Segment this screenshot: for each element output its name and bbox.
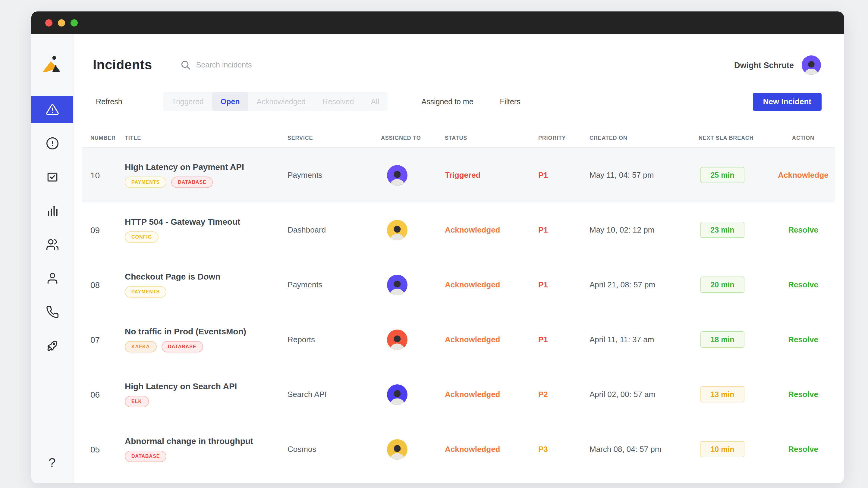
sidebar-item-tasks[interactable]	[31, 163, 73, 190]
filter-tab-acknowledged[interactable]: Acknowledged	[248, 92, 314, 111]
tag-pill: DATABASE	[125, 451, 167, 462]
incident-row[interactable]: 07 No traffic in Prod (EventsMon) KAFKAD…	[82, 312, 835, 367]
sidebar-item-integrations[interactable]	[31, 332, 73, 359]
incident-number: 05	[90, 444, 125, 454]
incident-created-on: May 10, 02: 12 pm	[590, 225, 699, 234]
status-filter-tabs: TriggeredOpenAcknowledgedResolvedAll	[163, 92, 388, 111]
incident-service: Search API	[287, 390, 381, 399]
incident-priority: P1	[538, 335, 590, 344]
incident-title: No traffic in Prod (EventsMon)	[125, 327, 287, 336]
incident-title: High Latency on Search API	[125, 381, 287, 391]
column-header-priority: PRIORITY	[538, 135, 590, 141]
incident-action-button[interactable]: Resolve	[788, 280, 818, 289]
sidebar-item-call-routing[interactable]	[31, 298, 73, 325]
app-window: ? Incidents Dwight Schrute	[31, 11, 844, 483]
assignee-avatar	[387, 329, 407, 350]
column-header-status: STATUS	[445, 135, 538, 141]
incident-priority: P3	[538, 445, 590, 454]
assignee-avatar	[387, 274, 407, 295]
page-header: Incidents Dwight Schrute	[82, 34, 835, 74]
person-silhouette-icon	[387, 275, 407, 295]
sidebar-item-teams[interactable]	[31, 231, 73, 258]
app-logo[interactable]	[31, 34, 73, 96]
incident-status: Acknowledged	[445, 445, 538, 454]
incident-status: Acknowledged	[445, 390, 538, 399]
incident-action-button[interactable]: Resolve	[788, 335, 818, 344]
incident-row[interactable]: 05 Abnormal change in throughput DATABAS…	[82, 422, 835, 477]
assignee-avatar	[387, 384, 407, 404]
incident-row[interactable]: 10 High Latency on Payment API PAYMENTSD…	[82, 148, 835, 202]
incident-created-on: April 02, 00: 57 am	[590, 390, 699, 399]
column-header-title: TITLE	[125, 135, 287, 141]
tag-pill: DATABASE	[161, 341, 203, 352]
sla-breach-badge: 25 min	[701, 167, 744, 183]
tag-pill: KAFKA	[125, 341, 156, 352]
incident-number: 07	[90, 335, 125, 344]
incidents-table: NUMBER TITLE SERVICE ASSIGNED TO STATUS …	[82, 125, 835, 477]
filter-tab-all[interactable]: All	[362, 92, 388, 111]
new-incident-button[interactable]: New Incident	[753, 93, 822, 110]
incident-created-on: April 11, 11: 37 am	[590, 335, 699, 344]
column-header-created-on: CREATED ON	[590, 135, 699, 141]
sidebar-item-profile[interactable]	[31, 264, 73, 292]
sidebar-item-alerts[interactable]	[31, 130, 73, 157]
zoom-window-icon[interactable]	[70, 19, 78, 27]
incident-number: 06	[90, 390, 125, 399]
column-header-next-sla-breach: NEXT SLA BREACH	[699, 135, 771, 141]
incident-number: 08	[90, 280, 125, 290]
incident-service: Payments	[287, 280, 381, 289]
filters-button[interactable]: Filters	[500, 97, 521, 106]
sidebar: ?	[31, 34, 73, 483]
tag-pill: PAYMENTS	[125, 286, 166, 298]
tag-pill: PAYMENTS	[125, 176, 166, 188]
incident-status: Triggered	[445, 170, 538, 180]
refresh-button[interactable]: Refresh	[96, 97, 122, 106]
incident-row[interactable]: 09 HTTP 504 - Gateway Timeout CONFIG Das…	[82, 202, 835, 257]
assigned-to-me-button[interactable]: Assigned to me	[421, 97, 473, 106]
incident-action-button[interactable]: Acknowledge	[778, 170, 829, 180]
user-icon	[45, 271, 59, 285]
incident-rows: 10 High Latency on Payment API PAYMENTSD…	[82, 148, 835, 477]
incident-action-button[interactable]: Resolve	[788, 390, 818, 399]
sidebar-nav	[31, 96, 73, 366]
filter-tab-open[interactable]: Open	[212, 92, 248, 111]
users-icon	[45, 238, 59, 251]
incident-row[interactable]: 06 High Latency on Search API ELK Search…	[82, 367, 835, 422]
person-silhouette-icon	[387, 166, 407, 185]
sla-breach-badge: 10 min	[701, 441, 744, 457]
incident-row[interactable]: 08 Checkout Page is Down PAYMENTS Paymen…	[82, 257, 835, 312]
person-silhouette-icon	[387, 221, 407, 240]
person-silhouette-icon	[387, 385, 407, 404]
incident-tags: DATABASE	[125, 451, 287, 462]
sla-breach-badge: 18 min	[701, 331, 744, 348]
page-title: Incidents	[93, 57, 152, 73]
search-input[interactable]	[196, 61, 305, 69]
user-menu[interactable]: Dwight Schrute	[734, 56, 821, 75]
sla-breach-badge: 20 min	[701, 276, 744, 293]
help-button[interactable]: ?	[31, 455, 73, 470]
incident-tags: ELK	[125, 396, 287, 407]
incident-priority: P1	[538, 170, 590, 180]
filter-tab-triggered[interactable]: Triggered	[163, 92, 212, 111]
alert-circle-icon	[45, 136, 59, 150]
sidebar-item-analytics[interactable]	[31, 197, 73, 224]
incident-service: Dashboard	[287, 225, 381, 234]
desktop-background: ? Incidents Dwight Schrute	[0, 0, 868, 488]
user-name: Dwight Schrute	[734, 61, 794, 70]
incident-title: Abnormal change in throughput	[125, 436, 287, 446]
incident-service: Reports	[287, 335, 381, 344]
incident-priority: P1	[538, 225, 590, 234]
filter-tab-resolved[interactable]: Resolved	[314, 92, 362, 111]
incident-action-button[interactable]: Resolve	[788, 445, 818, 454]
incident-priority: P1	[538, 280, 590, 289]
sidebar-item-incidents[interactable]	[31, 96, 73, 123]
incident-tags: PAYMENTS	[125, 286, 287, 298]
incident-number: 09	[90, 225, 125, 235]
tag-pill: DATABASE	[171, 176, 213, 188]
person-silhouette-icon	[802, 57, 821, 75]
search-box	[181, 60, 305, 70]
incident-action-button[interactable]: Resolve	[788, 225, 818, 234]
column-header-service: SERVICE	[287, 135, 381, 141]
minimize-window-icon[interactable]	[58, 19, 65, 27]
close-window-icon[interactable]	[45, 19, 53, 27]
